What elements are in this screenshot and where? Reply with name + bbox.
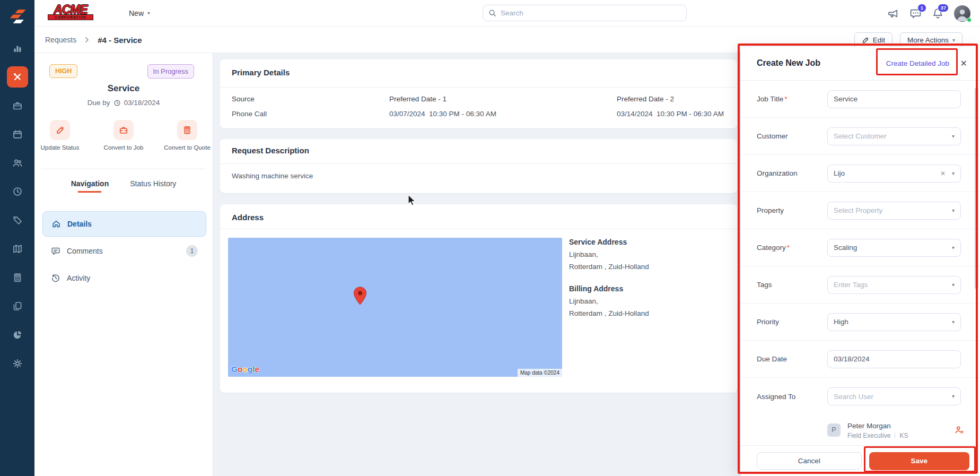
- map-attribution: Map data ©2024: [518, 369, 562, 377]
- google-logo: Google: [231, 365, 259, 374]
- search-input[interactable]: [501, 9, 681, 17]
- primary-details-card: Primary Details Source Phone Call Prefer…: [220, 59, 737, 128]
- notifications-button[interactable]: 37: [932, 7, 944, 20]
- new-menu-button[interactable]: New ▾: [129, 5, 150, 21]
- category-select[interactable]: Scaling ▾: [827, 239, 961, 257]
- nav-item-comments-label: Comments: [67, 247, 103, 255]
- tags-placeholder: Enter Tags: [834, 281, 868, 289]
- assigned-user-avatar: P: [827, 423, 841, 437]
- edit-button[interactable]: Edit: [854, 32, 892, 48]
- assigned-user-info: Peter Morgan Field Executive KS: [847, 421, 908, 439]
- top-header: ACME CORPORATION New ▾ 1 37: [34, 0, 980, 27]
- logo-letter: o: [242, 365, 247, 374]
- pencil-icon: [50, 120, 70, 140]
- tab-status-history[interactable]: Status History: [130, 179, 176, 193]
- request-tabs: Navigation Status History: [34, 179, 213, 193]
- field-preferred-date-2: Preferred Date - 2 03/14/2024 10:30 PM -…: [617, 95, 724, 118]
- field-preferred-date-1: Preferred Date - 1 03/07/2024 10:30 PM -…: [389, 95, 496, 118]
- assigned-user-name: Peter Morgan: [847, 422, 891, 430]
- field-label: Source: [232, 95, 267, 103]
- nav-item-details[interactable]: Details: [42, 211, 206, 237]
- assigned-to-placeholder: Search User: [834, 393, 873, 401]
- more-actions-button[interactable]: More Actions ▾: [900, 32, 962, 48]
- copy-icon: [12, 301, 23, 311]
- search-icon: [488, 9, 496, 17]
- form-row-tags: Tags Enter Tags ▾: [741, 266, 980, 304]
- priority-select[interactable]: High ▾: [827, 313, 961, 331]
- breadcrumb-current: #4 - Service: [98, 36, 142, 45]
- job-title-label: Job Title*: [757, 95, 788, 103]
- field-value: 03/14/2024 10:30 PM - 06:30 AM: [617, 110, 724, 118]
- convert-to-quote-button[interactable]: Convert to Quote: [162, 120, 213, 151]
- panel-header: Create New Job Create Detailed Job ✕: [741, 47, 980, 81]
- due-label: Due by: [88, 99, 110, 107]
- clear-icon[interactable]: ✕: [940, 170, 946, 177]
- app-sidebar: [0, 0, 34, 476]
- remove-user-icon[interactable]: [955, 425, 964, 435]
- assigned-to-select[interactable]: Search User ▾: [827, 387, 961, 405]
- users-icon: [12, 158, 23, 168]
- topbar-icons: 1 37: [887, 0, 970, 27]
- sidebar-item-analytics[interactable]: [0, 34, 34, 63]
- sidebar-item-reports[interactable]: [0, 321, 34, 349]
- field-label: Preferred Date - 1: [389, 95, 496, 103]
- create-detailed-job-link[interactable]: Create Detailed Job: [886, 59, 949, 67]
- briefcase-icon: [113, 120, 134, 140]
- field-value: 03/07/2024 10:30 PM - 06:30 AM: [389, 110, 496, 118]
- close-icon[interactable]: ✕: [960, 58, 967, 68]
- sidebar-item-documents[interactable]: [0, 292, 34, 321]
- tags-select[interactable]: Enter Tags ▾: [827, 276, 961, 294]
- save-button[interactable]: Save: [869, 452, 970, 470]
- section-title: Request Description: [232, 146, 309, 155]
- field-label: Preferred Date - 2: [617, 95, 724, 103]
- property-placeholder: Select Property: [834, 206, 882, 214]
- divider: [41, 169, 206, 169]
- property-select[interactable]: Select Property ▾: [827, 202, 961, 220]
- sidebar-item-requests[interactable]: [0, 63, 34, 91]
- logo-letter: g: [248, 365, 252, 374]
- tab-navigation[interactable]: Navigation: [71, 179, 109, 193]
- organization-select[interactable]: Lijo ✕ ▾: [827, 165, 961, 183]
- calculator-icon: [177, 120, 197, 140]
- company-logo[interactable]: ACME CORPORATION: [48, 3, 93, 20]
- zuper-logo-icon[interactable]: [7, 6, 28, 27]
- due-date-input[interactable]: [827, 350, 961, 368]
- assigned-user-team: KS: [899, 432, 908, 439]
- sidebar-item-tags[interactable]: [0, 206, 34, 235]
- nav-item-activity[interactable]: Activity: [42, 265, 206, 291]
- job-title-input[interactable]: [827, 90, 961, 108]
- sidebar-item-timesheets[interactable]: [0, 177, 34, 206]
- convert-to-job-label: Convert to Job: [104, 144, 144, 151]
- panel-scrollbar[interactable]: [975, 88, 978, 289]
- convert-to-job-button[interactable]: Convert to Job: [98, 120, 149, 151]
- breadcrumb-requests[interactable]: Requests: [45, 36, 76, 44]
- logo-letter: G: [231, 365, 238, 374]
- nav-item-activity-label: Activity: [67, 274, 90, 282]
- company-logo-text: ACME: [48, 3, 93, 16]
- sidebar-item-map[interactable]: [0, 235, 34, 263]
- category-value: Scaling: [834, 244, 857, 252]
- form-row-job-title: Job Title*: [741, 81, 980, 118]
- sidebar-item-jobs[interactable]: [0, 91, 34, 120]
- sidebar-item-estimates[interactable]: [0, 263, 34, 292]
- nav-item-comments[interactable]: Comments 1: [42, 238, 206, 264]
- bar-chart-icon: [12, 43, 23, 54]
- customer-select[interactable]: Select Customer ▾: [827, 127, 961, 145]
- update-status-button[interactable]: Update Status: [34, 120, 85, 151]
- messages-button[interactable]: 1: [909, 7, 922, 20]
- chevron-down-icon: ▾: [952, 245, 955, 250]
- sidebar-item-calendar[interactable]: [0, 120, 34, 149]
- panel-footer: Cancel Save: [741, 445, 980, 476]
- chevron-down-icon: ▾: [952, 394, 955, 399]
- google-map[interactable]: Google Map data ©2024: [228, 238, 562, 377]
- more-actions-label: More Actions: [907, 36, 949, 44]
- status-badge: In Progress: [147, 64, 194, 79]
- sidebar-item-settings[interactable]: [0, 349, 34, 378]
- announcements-button[interactable]: [887, 7, 899, 20]
- sidebar-item-teams[interactable]: [0, 149, 34, 177]
- priority-label: Priority: [757, 318, 779, 326]
- calendar-icon: [12, 129, 23, 140]
- chevron-down-icon: ▾: [952, 134, 955, 139]
- cancel-button[interactable]: Cancel: [757, 452, 862, 470]
- organization-value: Lijo: [834, 169, 845, 177]
